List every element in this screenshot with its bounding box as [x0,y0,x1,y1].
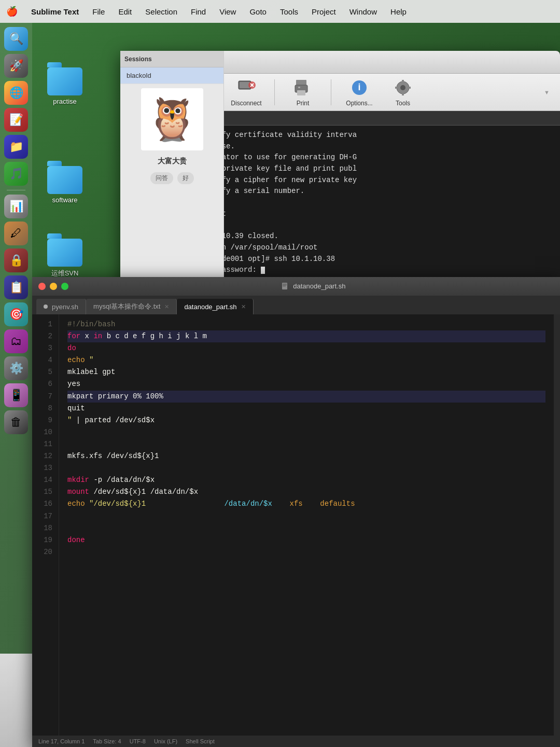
sm-item-label: blackold [127,72,151,79]
code-line-3: do [67,342,545,354]
dock-app4[interactable]: 📊 [4,195,28,218]
menu-project[interactable]: Project [310,6,338,17]
sm-avatar: 🦉 [141,88,203,150]
code-line-8: quit [67,403,545,414]
tab-datanode-label: datanode_part.sh [184,303,236,311]
dock-chrome[interactable]: 🌐 [4,81,28,105]
disconnect-icon [236,78,256,98]
dock-finder[interactable]: 🔍 [4,27,28,51]
code-area[interactable]: #!/bin/bash for x in b c d e f g h i j k… [59,314,554,736]
svg-rect-22 [402,80,404,84]
disconnect-label: Disconnect [231,100,261,107]
dock-app11[interactable]: 📱 [4,383,28,407]
owl-icon: 🦉 [146,99,198,140]
menu-tools[interactable]: Tools [278,6,300,17]
line-numbers: 12345 678910 1112131415 1617181920 [32,314,59,736]
code-line-11 [67,438,545,450]
options-label: Options... [346,100,372,107]
code-line-2: for x in b c d e f g h i j k l m [67,330,545,342]
dock-app2[interactable]: 📁 [4,135,28,159]
svg-rect-17 [298,87,300,88]
editor-maximize[interactable] [61,283,68,290]
tab-datanode-close[interactable]: ✕ [241,303,246,310]
tools-label: Tools [396,100,410,107]
apple-menu[interactable]: 🍎 [6,6,18,17]
folder-software[interactable]: software [41,166,88,204]
menu-bar: 🍎 Sublime Text File Edit Selection Find … [0,0,560,23]
menu-window[interactable]: Window [347,6,379,17]
svg-point-21 [400,85,405,90]
options-icon: i [349,78,369,98]
code-line-7: mkpart primary 0% 100% [67,391,545,403]
print-icon [293,78,313,98]
tab-mysql-label: mysql基本操作命令.txt [93,302,160,311]
status-lang: Shell Script [186,738,215,744]
dock-app1[interactable]: 📝 [4,108,28,132]
dock-app8[interactable]: 🎯 [4,302,28,326]
tab-mysql-close[interactable]: ✕ [164,303,169,310]
editor-titlebar: datanode_part.sh [32,277,560,296]
menu-selection[interactable]: Selection [143,6,179,17]
dock-app7[interactable]: 📋 [4,275,28,299]
disconnect-button[interactable]: Disconnect [231,78,262,107]
editor-tab-bar: pyenv.sh mysql基本操作命令.txt ✕ datanode_part… [32,296,560,314]
dock-trash[interactable]: 🗑 [4,410,28,434]
dock-separator [7,190,25,190]
sm-title: 大富大贵 [120,157,223,166]
cursor [261,267,265,274]
menu-help[interactable]: Help [388,6,409,17]
options-button[interactable]: i Options... [344,78,375,107]
dock-launchpad[interactable]: 🚀 [4,54,28,78]
code-line-5: mklabel gpt [67,366,545,378]
menu-sublime-text[interactable]: Sublime Text [29,6,81,17]
tab-pyenv-label: pyenv.sh [52,303,78,311]
svg-rect-29 [283,286,286,286]
dock-app9[interactable]: 🗂 [4,329,28,353]
status-bar: Line 17, Column 1 Tab Size: 4 UTF-8 Unix… [32,736,560,747]
sm-action-ask[interactable]: 问答 [150,172,173,184]
status-spaces: Tab Size: 4 [93,738,121,744]
svg-text:i: i [358,82,360,92]
print-button[interactable]: Print [287,78,318,107]
dock-app10[interactable]: ⚙️ [4,356,28,380]
sm-action-ok[interactable]: 好 [177,172,194,184]
svg-rect-16 [297,90,305,95]
folder-svn[interactable]: 运维SVN [41,239,88,278]
menu-file[interactable]: File [90,6,107,17]
code-line-18 [67,522,545,534]
svg-rect-27 [283,284,287,284]
svg-rect-24 [395,87,399,89]
editor-minimize[interactable] [50,283,57,290]
tab-pyenv[interactable]: pyenv.sh [36,299,86,314]
toolbar-dropdown-hint: ▼ [544,89,550,95]
svg-rect-23 [402,91,404,95]
editor-close[interactable] [38,283,46,290]
tools-button[interactable]: Tools [387,78,418,107]
sm-item-blackold[interactable]: blackold [120,67,223,84]
folder-practise-label: practise [53,98,77,105]
code-line-1: #!/bin/bash [67,319,545,330]
code-line-4: echo " [67,354,545,366]
tab-datanode[interactable]: datanode_part.sh ✕ [177,299,253,314]
status-eol: Unix (LF) [154,738,177,744]
sm-actions: 问答 好 [120,168,223,188]
dock: 🔍 🚀 🌐 📝 📁 🎵 📊 🖊 🔒 📋 🎯 🗂 ⚙️ 📱 🗑 [0,23,32,747]
folder-practise-icon [47,67,82,95]
menu-find[interactable]: Find [189,6,208,17]
code-line-17 [67,510,545,522]
dock-app5[interactable]: 🖊 [4,222,28,245]
tab-mysql[interactable]: mysql基本操作命令.txt ✕ [86,299,177,314]
scrollbar[interactable] [554,314,560,736]
menu-edit[interactable]: Edit [116,6,134,17]
code-line-16: echo "/dev/sd${x}1 /data/dn/$x xfs defau… [67,498,545,510]
dock-app3[interactable]: 🎵 [4,162,28,186]
folder-practise[interactable]: practise [41,67,88,105]
folder-software-icon [47,166,82,194]
dock-app6[interactable]: 🔒 [4,248,28,272]
tab-pyenv-dot [44,305,48,309]
code-line-6: yes [67,378,545,390]
editor-window: datanode_part.sh pyenv.sh mysql基本操作命令.tx… [32,277,560,747]
menu-view[interactable]: View [217,6,238,17]
menu-goto[interactable]: Goto [247,6,269,17]
print-label: Print [297,100,310,107]
